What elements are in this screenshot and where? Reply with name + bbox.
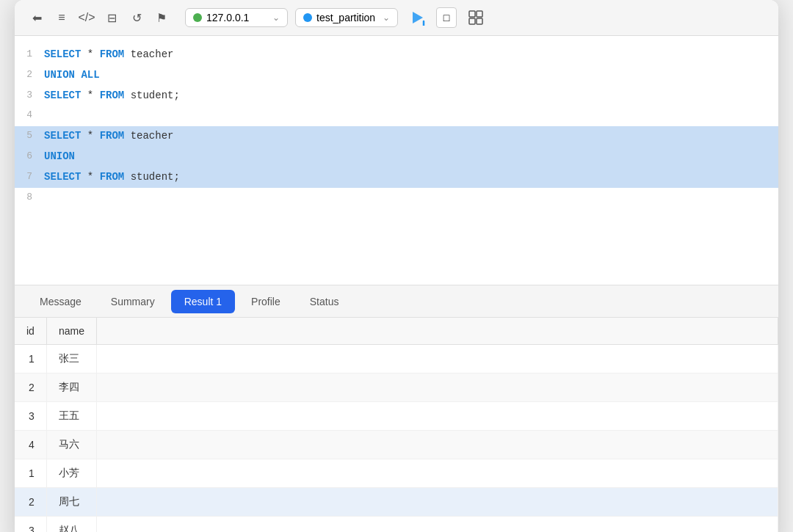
line-code-6: UNION (44, 148, 778, 166)
table-row: 3王五 (15, 402, 778, 431)
tab-status[interactable]: Status (297, 290, 352, 313)
table-row: 3赵八 (15, 517, 778, 533)
cell-name: 赵八 (46, 517, 96, 533)
line-number-4: 4 (15, 107, 44, 123)
database-status-icon (303, 13, 312, 22)
line-code-8 (44, 189, 778, 207)
table-row: 4马六 (15, 431, 778, 459)
cell-name: 李四 (46, 374, 96, 402)
cell-empty (96, 459, 778, 488)
line-number-5: 5 (15, 128, 44, 144)
connection-status-icon (193, 13, 202, 22)
sql-editor[interactable]: 1 SELECT * FROM teacher 2 UNION ALL 3 SE… (15, 36, 778, 285)
cell-empty (96, 488, 778, 517)
refresh-button[interactable]: ↺ (126, 7, 147, 28)
line-code-4 (44, 107, 778, 125)
table-body: 1张三2李四3王五4马六1小芳2周七3赵八 (15, 345, 778, 533)
cell-id: 3 (15, 517, 46, 533)
cell-empty (96, 431, 778, 459)
database-label: test_partition (316, 12, 375, 23)
cell-name: 周七 (46, 488, 96, 517)
toolbar-icons: ⬅ ≡ </> ⊟ ↺ ⚑ (26, 7, 172, 28)
svg-rect-4 (469, 18, 475, 24)
cell-empty (96, 345, 778, 374)
svg-rect-5 (477, 18, 482, 24)
cell-name: 王五 (46, 402, 96, 431)
tab-summary[interactable]: Summary (98, 290, 168, 313)
svg-rect-2 (469, 11, 475, 17)
table-row: 2周七 (15, 488, 778, 517)
bookmark-button[interactable]: ⊟ (101, 7, 122, 28)
editor-line-3: 3 SELECT * FROM student; (15, 86, 778, 106)
editor-line-7: 7 SELECT * FROM student; (15, 167, 778, 188)
line-number-7: 7 (15, 169, 44, 185)
table-header-row: id name (15, 318, 778, 345)
col-header-id: id (15, 318, 46, 345)
editor-line-8: 8 (15, 188, 778, 208)
line-code-7: SELECT * FROM student; (44, 169, 778, 186)
tab-result1[interactable]: Result 1 (171, 290, 235, 313)
line-number-8: 8 (15, 189, 44, 205)
result-area: id name 1张三2李四3王五4马六1小芳2周七3赵八 (15, 318, 778, 532)
database-dropdown[interactable]: test_partition ⌄ (295, 8, 398, 27)
col-header-empty (96, 318, 778, 345)
cell-name: 马六 (46, 431, 96, 459)
result-table: id name 1张三2李四3王五4马六1小芳2周七3赵八 (15, 318, 778, 532)
cell-empty (96, 402, 778, 431)
cell-id: 2 (15, 488, 46, 517)
cell-id: 1 (15, 345, 46, 374)
cell-id: 3 (15, 402, 46, 431)
flag-button[interactable]: ⚑ (151, 7, 172, 28)
line-code-1: SELECT * FROM teacher (44, 46, 778, 64)
connection-arrow-icon: ⌄ (272, 12, 280, 23)
line-code-5: SELECT * FROM teacher (44, 128, 778, 145)
cell-empty (96, 517, 778, 533)
back-button[interactable]: ⬅ (26, 7, 47, 28)
line-code-3: SELECT * FROM student; (44, 87, 778, 105)
stop-button[interactable]: □ (436, 7, 457, 28)
svg-marker-0 (413, 12, 423, 23)
tab-profile[interactable]: Profile (238, 290, 294, 313)
toolbar: ⬅ ≡ </> ⊟ ↺ ⚑ 127.0.0.1 ⌄ test_partition… (15, 0, 778, 36)
table-row: 2李四 (15, 374, 778, 402)
tab-message[interactable]: Message (26, 290, 95, 313)
editor-line-1: 1 SELECT * FROM teacher (15, 45, 778, 65)
database-arrow-icon: ⌄ (383, 12, 390, 23)
line-number-1: 1 (15, 46, 44, 62)
line-number-3: 3 (15, 87, 44, 103)
line-code-2: UNION ALL (44, 67, 778, 84)
code-button[interactable]: </> (76, 7, 97, 28)
stop-icon: □ (443, 12, 449, 23)
svg-rect-3 (477, 11, 482, 17)
cell-name: 张三 (46, 345, 96, 374)
tabs-bar: Message Summary Result 1 Profile Status (15, 285, 778, 318)
editor-line-6: 6 UNION (15, 147, 778, 167)
menu-button[interactable]: ≡ (51, 7, 72, 28)
line-number-6: 6 (15, 148, 44, 164)
table-row: 1小芳 (15, 459, 778, 488)
cell-id: 2 (15, 374, 46, 402)
run-button[interactable] (405, 6, 429, 29)
schema-button[interactable] (464, 6, 488, 29)
table-row: 1张三 (15, 345, 778, 374)
editor-line-2: 2 UNION ALL (15, 65, 778, 86)
cell-id: 1 (15, 459, 46, 488)
connection-dropdown[interactable]: 127.0.0.1 ⌄ (185, 8, 288, 27)
cell-id: 4 (15, 431, 46, 459)
cell-empty (96, 374, 778, 402)
col-header-name: name (46, 318, 96, 345)
editor-line-5: 5 SELECT * FROM teacher (15, 126, 778, 147)
line-number-2: 2 (15, 67, 44, 83)
cell-name: 小芳 (46, 459, 96, 488)
main-window: ⬅ ≡ </> ⊟ ↺ ⚑ 127.0.0.1 ⌄ test_partition… (15, 0, 778, 532)
connection-label: 127.0.0.1 (206, 12, 249, 23)
editor-line-4: 4 (15, 106, 778, 126)
